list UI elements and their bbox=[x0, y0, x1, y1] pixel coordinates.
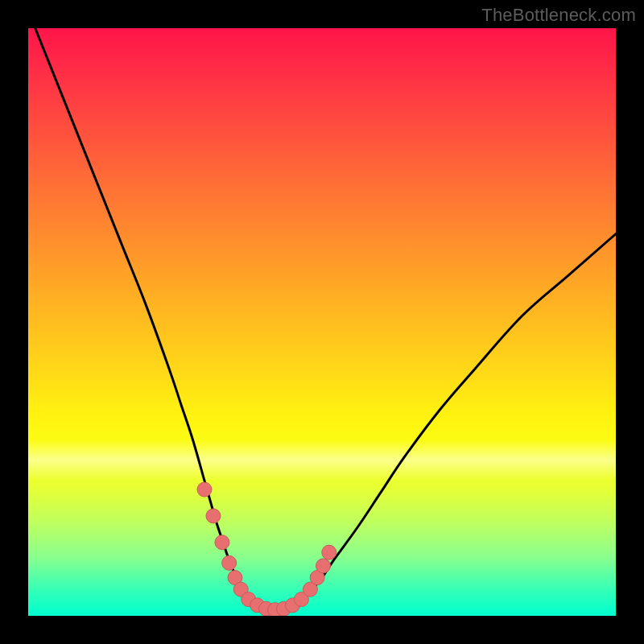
series-left-branch bbox=[28, 28, 275, 610]
data-marker bbox=[215, 535, 229, 550]
curve-left bbox=[28, 28, 275, 610]
plot-area bbox=[28, 28, 616, 616]
watermark-text: TheBottleneck.com bbox=[481, 5, 636, 26]
data-marker bbox=[197, 482, 212, 497]
data-marker bbox=[322, 545, 336, 559]
data-marker bbox=[222, 555, 237, 570]
chart-frame: TheBottleneck.com bbox=[0, 0, 644, 644]
chart-svg bbox=[28, 28, 616, 616]
data-marker bbox=[316, 559, 330, 573]
marker-group bbox=[197, 482, 336, 616]
data-marker bbox=[206, 509, 221, 523]
